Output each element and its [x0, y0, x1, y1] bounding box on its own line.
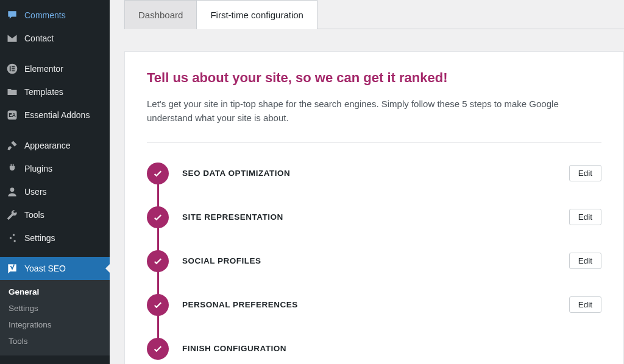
svg-rect-2 [12, 66, 15, 68]
sidebar-item-label: Settings [24, 233, 55, 243]
config-steps: SEO DATA OPTIMIZATION Edit SITE REPRESEN… [147, 163, 601, 360]
wrench-icon [6, 209, 18, 221]
brush-icon [6, 139, 18, 152]
card-lead: Let's get your site in tip-top shape for… [147, 97, 561, 125]
sidebar-item-label: Users [24, 187, 47, 197]
edit-button[interactable]: Edit [569, 165, 601, 181]
step-title: FINISH CONFIGURATION [182, 344, 601, 353]
yoast-submenu: General Settings Integrations Tools [0, 280, 110, 355]
plug-icon [6, 163, 18, 175]
submenu-item-settings[interactable]: Settings [0, 300, 110, 317]
sidebar-item-templates[interactable]: Templates [0, 80, 110, 103]
folder-icon [6, 86, 18, 98]
step-site-representation: SITE REPRESENTATION Edit [147, 206, 601, 228]
sidebar-item-label: Templates [24, 87, 63, 97]
tab-dashboard[interactable]: Dashboard [124, 0, 197, 29]
sidebar-item-yoast-seo[interactable]: Yoast SEO [0, 257, 110, 280]
submenu-item-general[interactable]: General [0, 284, 110, 300]
check-icon [147, 163, 169, 184]
sidebar-item-essential-addons[interactable]: EA Essential Addons [0, 103, 110, 127]
sidebar-item-label: Plugins [24, 164, 52, 173]
yoast-icon [6, 262, 18, 275]
elementor-icon [6, 63, 18, 75]
sidebar-item-label: Comments [24, 10, 66, 20]
svg-point-7 [10, 187, 15, 192]
sidebar-item-contact[interactable]: Contact [0, 27, 110, 50]
svg-text:EA: EA [9, 112, 16, 118]
submenu-item-integrations[interactable]: Integrations [0, 317, 110, 333]
ea-icon: EA [6, 109, 18, 121]
divider [147, 142, 601, 143]
step-title: PERSONAL PREFERENCES [182, 300, 569, 309]
svg-rect-3 [12, 68, 15, 69]
speech-bubble-icon [6, 9, 18, 21]
tab-first-time-configuration[interactable]: First-time configuration [197, 0, 317, 29]
check-icon [147, 206, 169, 228]
sidebar-item-appearance[interactable]: Appearance [0, 134, 110, 157]
sidebar-item-tools[interactable]: Tools [0, 203, 110, 226]
sidebar-item-plugins[interactable]: Plugins [0, 157, 110, 180]
svg-point-8 [13, 234, 15, 236]
sidebar-item-comments[interactable]: Comments [0, 4, 110, 27]
sidebar-item-label: Contact [24, 33, 54, 43]
main-content: Dashboard First-time configuration Tell … [110, 0, 624, 364]
sidebar-item-users[interactable]: Users [0, 180, 110, 203]
sliders-icon [6, 232, 18, 244]
step-title: SEO DATA OPTIMIZATION [182, 169, 569, 178]
step-finish-configuration: FINISH CONFIGURATION [147, 338, 601, 360]
user-icon [6, 186, 18, 198]
sidebar-item-elementor[interactable]: Elementor [0, 57, 110, 80]
check-icon [147, 250, 169, 272]
sidebar-item-label: Appearance [24, 141, 71, 150]
sidebar-item-label: Elementor [24, 64, 63, 74]
tab-strip: Dashboard First-time configuration [124, 0, 624, 29]
edit-button[interactable]: Edit [569, 209, 601, 225]
sidebar-item-settings[interactable]: Settings [0, 226, 110, 250]
step-seo-data-optimization: SEO DATA OPTIMIZATION Edit [147, 163, 601, 184]
admin-sidebar: Comments Contact Elementor Templates EA … [0, 0, 110, 364]
step-title: SITE REPRESENTATION [182, 212, 569, 222]
svg-rect-4 [12, 71, 15, 72]
edit-button[interactable]: Edit [569, 253, 601, 269]
check-icon [147, 338, 169, 360]
svg-point-9 [10, 237, 12, 239]
card-heading: Tell us about your site, so we can get i… [147, 70, 601, 86]
check-icon [147, 294, 169, 316]
sidebar-item-label: Essential Addons [24, 110, 90, 120]
svg-rect-1 [10, 66, 11, 71]
svg-point-10 [14, 240, 16, 242]
envelope-icon [6, 32, 18, 44]
first-time-config-card: Tell us about your site, so we can get i… [124, 51, 624, 364]
edit-button[interactable]: Edit [569, 296, 601, 313]
step-title: SOCIAL PROFILES [182, 256, 569, 265]
sidebar-item-label: Tools [24, 210, 44, 220]
step-social-profiles: SOCIAL PROFILES Edit [147, 250, 601, 272]
step-personal-preferences: PERSONAL PREFERENCES Edit [147, 294, 601, 316]
submenu-item-tools[interactable]: Tools [0, 333, 110, 349]
sidebar-item-label: Yoast SEO [24, 264, 66, 273]
